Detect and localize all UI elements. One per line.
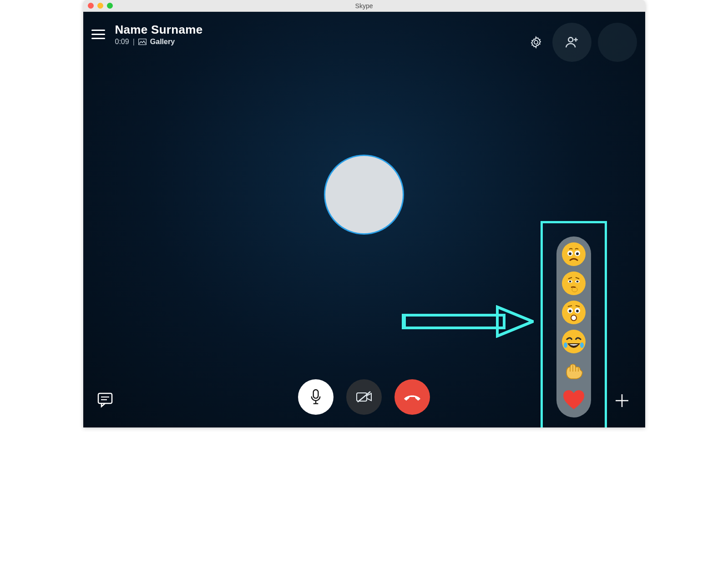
- hangup-icon: [403, 392, 422, 402]
- separator: |: [133, 38, 135, 46]
- callee-name: Name Surname: [115, 23, 203, 37]
- svg-point-13: [572, 287, 577, 292]
- chat-icon: [96, 390, 114, 408]
- arrow-icon: [402, 305, 534, 338]
- svg-rect-24: [98, 393, 112, 403]
- mute-button[interactable]: [298, 379, 334, 415]
- thinking-face-icon: [562, 271, 586, 295]
- gear-icon: [530, 36, 542, 49]
- annotation-highlight-box: [541, 221, 607, 427]
- hamburger-icon: [91, 30, 105, 31]
- window-controls: [83, 3, 113, 9]
- app-window: Skype Name Surname 0:09 |: [83, 0, 645, 427]
- sad-face-icon: [562, 242, 586, 266]
- reaction-heart[interactable]: [561, 387, 586, 412]
- reaction-laughing[interactable]: [561, 329, 586, 354]
- svg-rect-2: [402, 315, 497, 328]
- svg-point-18: [571, 315, 576, 321]
- call-controls: [298, 379, 430, 415]
- topbar-right: [526, 23, 637, 62]
- svg-point-15: [569, 310, 571, 312]
- window-title: Skype: [355, 2, 373, 10]
- topbar-left: Name Surname 0:09 | Gallery: [91, 23, 203, 46]
- plus-icon: [614, 393, 630, 408]
- more-button[interactable]: [614, 393, 630, 410]
- svg-point-1: [568, 37, 573, 42]
- call-subline: 0:09 | Gallery: [115, 38, 203, 46]
- svg-point-19: [564, 342, 567, 348]
- svg-point-20: [580, 342, 584, 348]
- self-preview[interactable]: [598, 23, 637, 62]
- svg-point-6: [569, 252, 571, 255]
- minimize-window-button[interactable]: [97, 3, 103, 9]
- microphone-icon: [308, 388, 323, 406]
- menu-button[interactable]: [91, 27, 105, 42]
- call-duration: 0:09: [115, 38, 129, 46]
- titlebar: Skype: [83, 0, 645, 12]
- call-area: Name Surname 0:09 | Gallery: [83, 12, 645, 427]
- surprised-face-icon: [562, 301, 586, 324]
- gallery-icon: [138, 39, 147, 45]
- callee-info: Name Surname 0:09 | Gallery: [115, 23, 203, 46]
- svg-rect-0: [138, 39, 146, 45]
- reaction-fist[interactable]: [561, 358, 586, 383]
- topbar: Name Surname 0:09 | Gallery: [91, 23, 637, 62]
- heart-icon: [562, 389, 585, 410]
- camera-off-icon: [355, 390, 373, 404]
- close-window-button[interactable]: [88, 3, 94, 9]
- svg-rect-21: [313, 390, 318, 398]
- reaction-sad[interactable]: [561, 242, 586, 266]
- fist-icon: [562, 359, 586, 382]
- end-call-button[interactable]: [394, 379, 430, 415]
- svg-rect-22: [357, 393, 367, 401]
- chat-button[interactable]: [96, 390, 114, 410]
- svg-point-12: [576, 281, 578, 282]
- svg-point-17: [576, 310, 579, 312]
- add-person-icon: [564, 35, 580, 50]
- svg-marker-4: [497, 307, 533, 336]
- maximize-window-button[interactable]: [107, 3, 113, 9]
- annotation-arrow: [402, 305, 534, 340]
- svg-point-10: [569, 281, 571, 282]
- view-mode-label[interactable]: Gallery: [150, 38, 175, 46]
- reaction-thinking[interactable]: [561, 271, 586, 296]
- camera-button[interactable]: [346, 379, 382, 415]
- participant-avatar: [324, 155, 404, 235]
- add-participant-button[interactable]: [552, 23, 592, 62]
- svg-point-8: [576, 252, 579, 255]
- reactions-panel: [556, 236, 591, 417]
- reaction-surprised[interactable]: [561, 300, 586, 325]
- settings-button[interactable]: [526, 32, 546, 52]
- laughing-face-icon: [562, 330, 586, 353]
